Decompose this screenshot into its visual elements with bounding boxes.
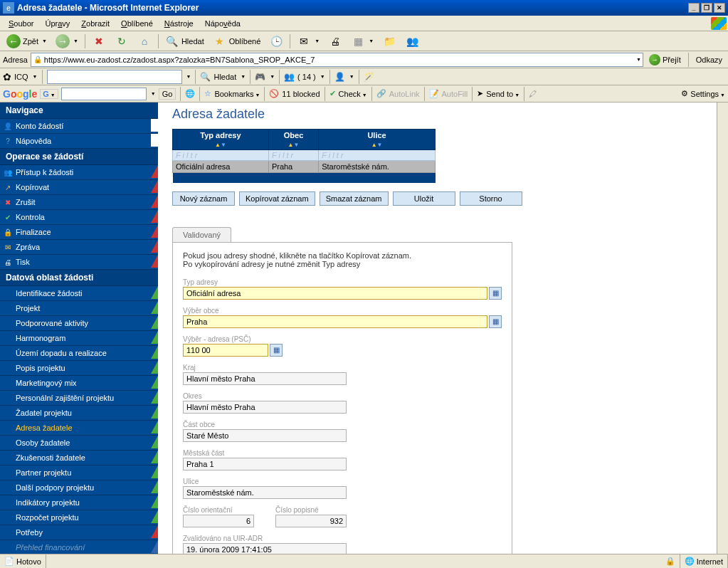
go-button[interactable]: → Přejít [646, 53, 684, 66]
sidebar-item-11[interactable]: Zkušenosti žadatele [0, 451, 158, 466]
menu-help[interactable]: Nápověda [199, 18, 246, 29]
input-typ-adresy[interactable]: Oficiální adresa [183, 287, 487, 300]
sidebar-item-konto[interactable]: 👤Konto žádostí [0, 119, 158, 134]
chevron-down-icon[interactable]: ▼ [349, 74, 354, 79]
lookup-button[interactable]: ▦ [489, 287, 502, 300]
back-label: Zpět [23, 37, 38, 46]
new-record-button[interactable]: Nový záznam [172, 191, 235, 206]
menu-favorites[interactable]: Oblíbené [115, 18, 159, 29]
chevron-down-icon[interactable]: ▼ [33, 74, 38, 79]
save-button[interactable]: Uložit [393, 191, 455, 206]
refresh-button[interactable]: ↻ [111, 32, 132, 51]
sidebar-item-17[interactable]: Přehled financování [0, 540, 158, 554]
autofill-label[interactable]: AutoFill [442, 90, 468, 98]
minimize-button[interactable]: _ [688, 3, 700, 13]
filter-typ[interactable]: F i l t r [173, 150, 269, 161]
filter-ulice[interactable]: F i l t r [319, 150, 436, 161]
sidebar-item-0[interactable]: Identifikace žádosti [0, 286, 158, 301]
menu-tools[interactable]: Nástroje [159, 18, 199, 29]
input-vyber-obce[interactable]: Praha [183, 315, 487, 328]
game-icon[interactable]: 🎮 [255, 72, 265, 82]
sidebar-item-finalizace[interactable]: 🔒Finalizace [0, 225, 158, 240]
tab-validovany[interactable]: Validovaný [172, 227, 231, 242]
sidebar-item-7[interactable]: Personální zajištění projektu [0, 391, 158, 406]
sendto-label[interactable]: Send to▼ [486, 90, 519, 98]
google-g-icon[interactable]: G▼ [40, 89, 58, 99]
back-button[interactable]: ← Zpět ▼ [3, 32, 51, 51]
menu-view[interactable]: Zobrazit [75, 18, 115, 29]
menu-edit[interactable]: Úpravy [39, 18, 75, 29]
col-header-obec[interactable]: Obec▲▼ [268, 130, 318, 150]
chevron-down-icon[interactable]: ▼ [151, 91, 156, 96]
people-icon[interactable]: 👥 [284, 72, 295, 82]
person-icon[interactable]: 👤 [334, 72, 345, 82]
icq-search-label[interactable]: Hledat [213, 73, 236, 81]
col-header-typ[interactable]: Typ adresy▲▼ [173, 130, 269, 150]
sidebar-item-kopirovat[interactable]: ↗Kopírovat [0, 180, 158, 195]
sidebar-item-13[interactable]: Další podpory projektu [0, 480, 158, 495]
sidebar-item-8[interactable]: Žadatel projektu [0, 406, 158, 421]
discuss-button[interactable]: 📁 [379, 32, 400, 51]
address-input[interactable]: 🔒 https://www.eu-zadost.cz/zadost.aspx?z… [31, 53, 643, 67]
sidebar-item-kontrola[interactable]: ✔Kontrola [0, 210, 158, 225]
links-label[interactable]: Odkazy [693, 56, 725, 64]
lookup-button[interactable]: ▦ [270, 344, 283, 357]
bookmarks-label[interactable]: Bookmarks▼ [214, 90, 260, 98]
favorites-button[interactable]: ★ Oblíbené [209, 32, 265, 51]
chevron-down-icon[interactable]: ▼ [241, 74, 246, 79]
chevron-down-icon[interactable]: ▼ [270, 74, 275, 79]
col-header-ulice[interactable]: Ulice▲▼ [319, 130, 436, 150]
sidebar-item-zprava[interactable]: ✉Zpráva [0, 240, 158, 255]
sidebar-item-1[interactable]: Projekt [0, 301, 158, 316]
icq-search-input[interactable] [47, 70, 182, 84]
history-button[interactable]: 🕒 [265, 32, 287, 51]
stop-button[interactable]: ✖ [88, 32, 110, 51]
lookup-button[interactable]: ▦ [489, 315, 502, 328]
sidebar-item-6[interactable]: Marketingový mix [0, 376, 158, 391]
sidebar-item-3[interactable]: Harmonogram [0, 331, 158, 346]
blocked-label[interactable]: 11 blocked [282, 90, 320, 98]
input-vyber-psc[interactable]: 110 00 [183, 344, 268, 357]
mail-button[interactable]: ✉▼ [293, 32, 323, 51]
sidebar-item-10[interactable]: Osoby žadatele [0, 436, 158, 451]
vertical-scrollbar[interactable] [717, 102, 728, 554]
print-button[interactable]: 🖨 [325, 32, 346, 51]
forward-button[interactable]: → ▼ [52, 32, 82, 51]
delete-record-button[interactable]: Smazat záznam [320, 191, 389, 206]
sidebar-item-zrusit[interactable]: ✖Zrušit [0, 195, 158, 210]
settings-label[interactable]: Settings▼ [690, 90, 725, 98]
copy-record-button[interactable]: Kopírovat záznam [239, 191, 315, 206]
sidebar-item-16[interactable]: Potřeby [0, 525, 158, 540]
check-label[interactable]: Check▼ [339, 90, 367, 98]
search-button[interactable]: 🔍 Hledat [162, 32, 208, 51]
wand-icon[interactable]: 🪄 [364, 72, 374, 82]
sidebar-item-9[interactable]: Adresa žadatele [0, 421, 158, 436]
sidebar-item-tisk[interactable]: 🖨Tisk [0, 255, 158, 270]
close-button[interactable]: ✕ [714, 3, 725, 13]
cancel-button[interactable]: Storno [460, 191, 522, 206]
home-button[interactable]: ⌂ [134, 32, 155, 51]
highlight-icon[interactable]: 🖍 [529, 90, 537, 98]
sidebar-item-12[interactable]: Partner projektu [0, 466, 158, 480]
chevron-down-icon[interactable]: ▼ [636, 57, 641, 62]
edit-button[interactable]: ▦▼ [347, 32, 377, 51]
chevron-down-icon[interactable]: ▼ [186, 74, 191, 79]
messenger-button[interactable]: 👥 [401, 32, 423, 51]
chevron-down-icon[interactable]: ▼ [320, 74, 325, 79]
sidebar-item-2[interactable]: Podporované aktivity [0, 316, 158, 331]
sidebar-item-napoveda[interactable]: ?Nápověda [0, 134, 158, 149]
autolink-label[interactable]: AutoLink [389, 90, 420, 98]
filter-obec[interactable]: F i l t r [268, 150, 318, 161]
sidebar-item-5[interactable]: Popis projektu [0, 361, 158, 376]
google-search-input[interactable] [61, 88, 147, 100]
mail-icon: ✉ [297, 34, 311, 48]
sidebar-item-pristup[interactable]: 👥Přístup k žádosti [0, 165, 158, 180]
restore-button[interactable]: ❐ [701, 3, 712, 13]
go-label[interactable]: Go [159, 88, 176, 100]
table-row[interactable]: Oficiální adresa Praha Staroměstské nám. [173, 161, 436, 173]
sidebar-item-14[interactable]: Indikátory projektu [0, 495, 158, 510]
news-icon[interactable]: 🌐 [185, 89, 195, 98]
menu-file[interactable]: Soubor [3, 18, 39, 29]
sidebar-item-4[interactable]: Území dopadu a realizace [0, 346, 158, 361]
sidebar-item-15[interactable]: Rozpočet projektu [0, 510, 158, 525]
